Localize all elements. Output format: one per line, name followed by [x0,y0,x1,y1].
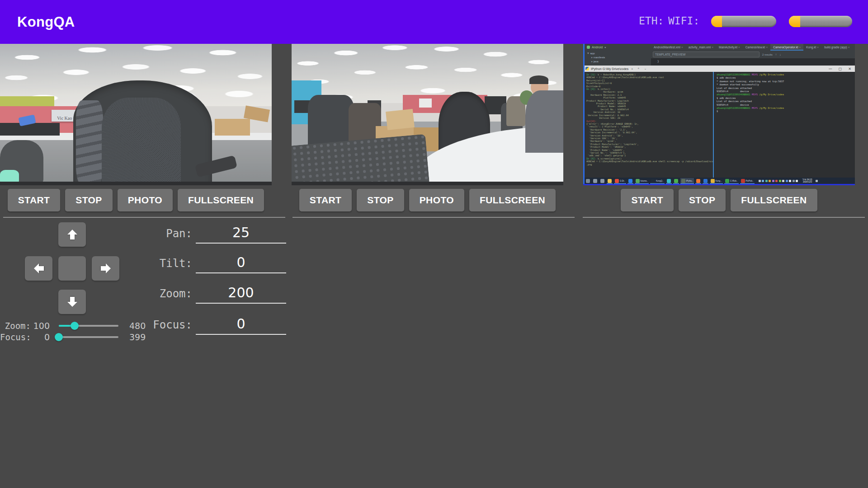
window-edge-highlight [583,184,855,185]
taskbar-tray-icons [759,180,798,182]
minimize-icon: — [829,67,832,71]
wifi-progress-bar [789,16,852,27]
zoom-input[interactable]: 200 [196,285,286,304]
tilt-input[interactable]: 0 [196,254,286,273]
video-haze-overlay [0,44,272,185]
camera-2-start-button[interactable]: START [299,189,352,211]
window-controls: — ▢ ✕ [829,67,851,71]
camera-2-video-feed [292,44,563,185]
arrow-left-icon [33,262,45,275]
app-title: KongQA [17,0,75,44]
camera-3-fullscreen-button[interactable]: FULLSCREEN [731,189,817,211]
arrow-up-icon [66,228,79,241]
taskbar-app-icon [673,178,679,184]
video-bottom-band [292,182,563,185]
ipython-console: In [3]: k = RobotRun.kong.KongADB()ADBCm… [584,72,715,178]
camera-2-fullscreen-button[interactable]: FULLSCREEN [469,189,556,211]
taskbar-app-icon [585,178,591,184]
eth-label: ETH: [639,0,664,42]
kongqa-app: KongQA ETH: WIFI: Vic Kao [0,0,868,488]
ide-search-row: TEMPLATE_PREVIEW 2 results ↑ ↓ [651,51,855,58]
ptz-home-button[interactable] [58,256,86,281]
project-item: app [587,52,655,56]
focus-input[interactable]: 0 [196,316,286,335]
taskbar-app-icon [666,178,672,184]
taskbar-app-icon [627,178,633,184]
taskbar-app-icon: Kong .. [710,178,723,184]
header-bar: KongQA ETH: WIFI: [0,0,868,44]
focus-field-row: Focus: 0 [123,316,286,335]
pan-input[interactable]: 25 [196,225,286,244]
tray-icon [762,180,764,182]
camera-1-controls: START STOP PHOTO FULLSCREEN [0,189,272,211]
video-haze-overlay [292,44,563,185]
tray-icon [779,180,781,182]
camera-3-start-button[interactable]: START [621,189,673,211]
run-config-label: Android [592,46,603,49]
android-icon [587,46,590,49]
camera-2-stop-button[interactable]: STOP [357,189,404,211]
taskbar-app-icon [703,178,708,184]
msys-terminal: ahuang11@652289346NB001 MSYS /g/My Drive… [714,72,855,178]
project-item: java [587,60,655,64]
taskbar-app-icon [607,178,613,184]
camera-1-start-button[interactable]: START [8,189,60,211]
tray-icon [759,180,761,182]
focus-slider-thumb[interactable] [55,333,63,341]
new-tab-icon: + ⌄ [637,67,648,70]
editor-tab: CameraView.kt [743,44,770,51]
taskbar-app-icon [599,178,605,184]
editor-tab: activity_main.xml [686,44,716,51]
camera-1-fullscreen-button[interactable]: FULLSCREEN [178,189,264,211]
windows-taskbar: G:Dr..futures..KongQ..IPytho..Kong ..C:\… [583,178,855,184]
tray-icon [769,180,771,182]
pan-label: Pan: [123,227,192,240]
camera-1-photo-button[interactable]: PHOTO [118,189,173,211]
pan-field-row: Pan: 25 [123,225,286,244]
taskbar-app-icon: C:\Rob.. [724,178,739,184]
arrow-right-icon [99,262,112,275]
zoom-field-row: Zoom: 200 [123,285,286,304]
camera-3-video-feed: Android ▾ AndroidManifest.xmlactivity_ma… [583,44,855,185]
camera-3-stop-button[interactable]: STOP [679,189,726,211]
console-window-titlebar: IPython G:\My Drive\codes × + ⌄ — ▢ ✕ [583,66,855,72]
camera-1-stop-button[interactable]: STOP [65,189,112,211]
camera-2-photo-button[interactable]: PHOTO [409,189,464,211]
taskbar-app-icon: KongQ.. [650,178,665,184]
focus-slider-label: Focus: [0,332,31,342]
camera-1-video-feed: Vic Kao [0,44,272,185]
eth-progress-bar [711,16,776,27]
window-edge-highlight [583,44,585,185]
zoom-slider-label: Zoom: [0,321,31,331]
taskbar-app-icon [695,178,701,184]
pan-left-button[interactable] [25,256,52,281]
project-item: manifests [587,56,655,60]
tray-icon [786,180,788,182]
chevron-down-icon: ▾ [604,46,606,49]
wifi-progress-fill [789,16,800,27]
zoom-slider-thumb[interactable] [71,322,79,330]
notification-icon [816,180,818,182]
close-icon: ✕ [848,67,851,71]
tilt-down-button[interactable] [58,290,86,314]
taskbar-app-icon: futures.. [635,178,649,184]
tray-icon [782,180,784,182]
tray-icon [772,180,774,182]
zoom-slider[interactable] [59,325,118,327]
search-nav-icons: ↑ ↓ [775,53,782,56]
camera-3-controls: START STOP FULLSCREEN [583,189,855,211]
console-window-title: IPython G:\My Drive\codes [591,67,628,70]
tray-icon [793,180,795,182]
focus-slider[interactable] [59,336,118,338]
python-icon [585,67,589,70]
editor-tab: Kong.kt [803,44,821,51]
pan-right-button[interactable] [92,256,119,281]
project-tree: app manifests java [583,51,655,66]
video-bottom-band [0,182,272,185]
ide-toolbar: Android ▾ AndroidManifest.xmlactivity_ma… [583,44,855,66]
taskbar-app-icon: G:Dr.. [614,178,626,184]
tilt-up-button[interactable] [58,222,86,247]
tray-icon [775,180,778,182]
camera-2-controls: START STOP PHOTO FULLSCREEN [292,189,563,211]
taskbar-pinned-icons: G:Dr..futures..KongQ..IPytho..Kong ..C:\… [585,178,755,184]
